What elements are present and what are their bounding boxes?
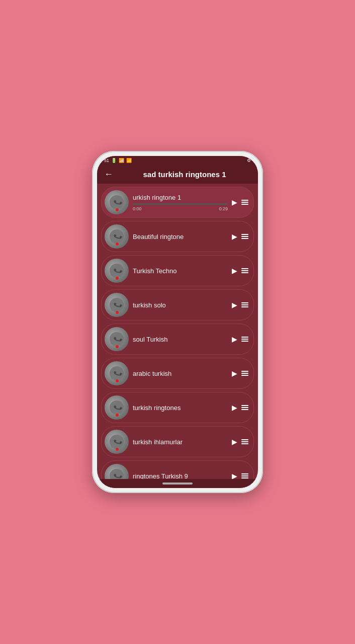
play-button-4[interactable]: ▶ bbox=[232, 301, 237, 309]
ringtone-item-2[interactable]: 📞 Beautiful ringtone ▶ bbox=[101, 221, 254, 252]
ringtone-item-9[interactable]: 📞 ringtones Turkish 9 ▶ bbox=[101, 460, 254, 479]
item-info-7: turkish ringtones bbox=[133, 404, 228, 412]
avatar-3: 📞 bbox=[105, 259, 129, 283]
item-title-8: turkish ihlamurlar bbox=[133, 438, 228, 446]
play-button-9[interactable]: ▶ bbox=[232, 472, 237, 479]
phone-icon-6: 📞 bbox=[110, 366, 124, 380]
avatar-9: 📞 bbox=[105, 464, 129, 479]
controls-2: ▶ bbox=[232, 232, 248, 240]
menu-button-3[interactable] bbox=[241, 268, 248, 273]
active-dot-6 bbox=[116, 379, 119, 382]
item-info-3: Turkish Techno bbox=[133, 267, 228, 275]
phone-icon-4: 📞 bbox=[110, 298, 124, 312]
item-info-5: soul Turkish bbox=[133, 336, 228, 343]
item-info-6: arabic turkish bbox=[133, 370, 228, 377]
controls-4: ▶ bbox=[232, 301, 248, 309]
menu-button-5[interactable] bbox=[241, 337, 248, 342]
signal-icon: 📶 bbox=[126, 158, 132, 163]
phone-icon-9: 📞 bbox=[110, 469, 124, 479]
item-title-3: Turkish Techno bbox=[133, 267, 228, 275]
ringtone-item-7[interactable]: 📞 turkish ringtones ▶ bbox=[101, 392, 254, 423]
phone-icon-8: 📞 bbox=[110, 435, 124, 449]
total-time-1: 0:29 bbox=[219, 206, 228, 211]
ringtone-item-3[interactable]: 📞 Turkish Techno ▶ bbox=[101, 255, 254, 286]
ringtone-item-8[interactable]: 📞 turkish ihlamurlar ▶ bbox=[101, 426, 254, 457]
active-dot-2 bbox=[116, 243, 119, 246]
item-info-2: Beautiful ringtone bbox=[133, 233, 228, 240]
avatar-7: 📞 bbox=[105, 395, 129, 420]
item-title-4: turkish solo bbox=[133, 301, 228, 309]
item-title-9: ringtones Turkish 9 bbox=[133, 472, 228, 479]
item-info-1: urkish ringtone 1 0:00 0:29 bbox=[133, 194, 228, 211]
bottom-bar bbox=[97, 479, 258, 488]
phone-frame: 51 🔋 📶 📶 ⚙ ← sad turkish ringtones 1 📞 bbox=[92, 151, 263, 493]
controls-8: ▶ bbox=[232, 438, 248, 446]
active-dot-4 bbox=[116, 311, 119, 314]
controls-9: ▶ bbox=[232, 472, 248, 479]
avatar-1: 📞 bbox=[105, 190, 129, 214]
controls-6: ▶ bbox=[232, 369, 248, 377]
item-title-5: soul Turkish bbox=[133, 336, 228, 343]
play-button-3[interactable]: ▶ bbox=[232, 267, 237, 275]
item-info-9: ringtones Turkish 9 bbox=[133, 472, 228, 479]
top-bar: ← sad turkish ringtones 1 bbox=[97, 165, 258, 184]
avatar-2: 📞 bbox=[105, 224, 129, 249]
play-button-7[interactable]: ▶ bbox=[232, 404, 237, 412]
item-title-7: turkish ringtones bbox=[133, 404, 228, 412]
active-dot-7 bbox=[116, 414, 119, 417]
play-button-2[interactable]: ▶ bbox=[232, 232, 237, 240]
phone-screen: 51 🔋 📶 📶 ⚙ ← sad turkish ringtones 1 📞 bbox=[97, 156, 258, 488]
controls-5: ▶ bbox=[232, 335, 248, 343]
play-button-5[interactable]: ▶ bbox=[232, 335, 237, 343]
ringtone-item-1[interactable]: 📞 urkish ringtone 1 0:00 0:29 ▶ bbox=[101, 187, 254, 218]
active-dot-3 bbox=[116, 277, 119, 280]
page-title: sad turkish ringtones 1 bbox=[118, 170, 251, 179]
battery-icon: 🔋 bbox=[111, 158, 117, 163]
back-button[interactable]: ← bbox=[104, 169, 113, 180]
phone-icon-2: 📞 bbox=[110, 229, 124, 244]
controls-7: ▶ bbox=[232, 404, 248, 412]
phone-icon-1: 📞 bbox=[110, 195, 124, 209]
item-title-6: arabic turkish bbox=[133, 370, 228, 377]
phone-icon-7: 📞 bbox=[110, 400, 124, 415]
avatar-4: 📞 bbox=[105, 293, 129, 317]
status-time: 51 bbox=[104, 158, 109, 163]
play-button-6[interactable]: ▶ bbox=[232, 369, 237, 377]
menu-button-7[interactable] bbox=[241, 405, 248, 410]
active-dot-5 bbox=[116, 345, 119, 348]
active-dot-8 bbox=[116, 448, 119, 451]
camera-icon: ⚙ bbox=[247, 158, 251, 163]
ringtones-list: 📞 urkish ringtone 1 0:00 0:29 ▶ bbox=[97, 184, 258, 479]
play-button-8[interactable]: ▶ bbox=[232, 438, 237, 446]
item-info-4: turkish solo bbox=[133, 301, 228, 309]
ringtone-item-4[interactable]: 📞 turkish solo ▶ bbox=[101, 289, 254, 320]
wifi-icon: 📶 bbox=[119, 158, 124, 163]
ringtone-item-6[interactable]: 📞 arabic turkish ▶ bbox=[101, 358, 254, 389]
controls-3: ▶ bbox=[232, 267, 248, 275]
current-time-1: 0:00 bbox=[133, 206, 142, 211]
status-left: 51 🔋 📶 📶 bbox=[104, 158, 132, 163]
menu-button-2[interactable] bbox=[241, 234, 248, 239]
ringtone-item-5[interactable]: 📞 soul Turkish ▶ bbox=[101, 324, 254, 355]
avatar-6: 📞 bbox=[105, 361, 129, 385]
menu-button-1[interactable] bbox=[241, 200, 248, 205]
item-title-2: Beautiful ringtone bbox=[133, 233, 228, 240]
progress-bar-1 bbox=[133, 203, 228, 205]
menu-button-4[interactable] bbox=[241, 302, 248, 307]
menu-button-9[interactable] bbox=[241, 473, 248, 478]
phone-icon-3: 📞 bbox=[110, 264, 124, 278]
item-info-8: turkish ihlamurlar bbox=[133, 438, 228, 446]
avatar-8: 📞 bbox=[105, 430, 129, 454]
status-right: ⚙ bbox=[247, 158, 251, 163]
phone-icon-5: 📞 bbox=[110, 332, 124, 346]
menu-button-6[interactable] bbox=[241, 371, 248, 376]
item-title-1: urkish ringtone 1 bbox=[133, 194, 228, 201]
avatar-5: 📞 bbox=[105, 327, 129, 351]
active-dot-1 bbox=[116, 208, 119, 211]
status-bar: 51 🔋 📶 📶 ⚙ bbox=[97, 156, 258, 165]
menu-button-8[interactable] bbox=[241, 439, 248, 444]
play-button-1[interactable]: ▶ bbox=[232, 198, 237, 206]
home-indicator[interactable] bbox=[162, 482, 193, 485]
controls-1: ▶ bbox=[232, 198, 248, 206]
time-row-1: 0:00 0:29 bbox=[133, 206, 228, 211]
